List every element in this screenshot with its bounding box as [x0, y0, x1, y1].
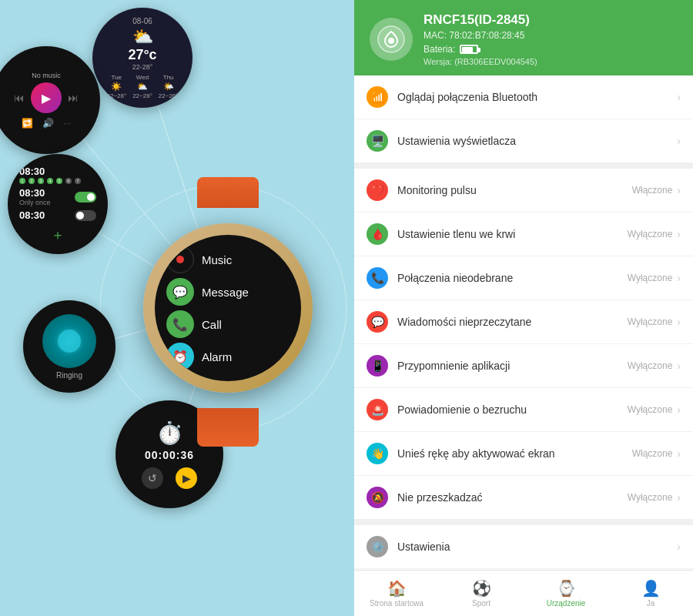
- chevron-icon-4: ›: [677, 228, 681, 240]
- alarm-item-1: 08:30 1 2 3 4 5 6 7: [19, 166, 96, 184]
- menu-item-app-reminder[interactable]: 📱 Przypomnienie aplikacji Wyłączone ›: [354, 344, 693, 388]
- device-name: RNCF15(ID-2845): [424, 12, 678, 28]
- alarm-item-2: 08:30 Only once: [19, 187, 96, 206]
- app-reminder-value: Wyłączone: [628, 360, 673, 371]
- battery-label: Bateria:: [424, 44, 455, 55]
- chevron-icon: ›: [677, 91, 681, 103]
- watch-menu-alarm: ⏰ Alarm: [166, 343, 290, 370]
- message-icon: 💬: [166, 278, 194, 306]
- music-widget[interactable]: No music ⏮ ▶ ⏭ 🔁 🔊 ···: [0, 46, 100, 154]
- bluetooth-icon: 📶: [367, 86, 388, 108]
- chevron-icon-7: ›: [677, 360, 681, 372]
- device-info: RNCF15(ID-2845) MAC: 78:02:B7:08:28:45 B…: [424, 12, 678, 66]
- chevron-icon-5: ›: [677, 272, 681, 284]
- menu-item-sedentary[interactable]: 🚨 Powiadomienie o bezruchu Wyłączone ›: [354, 388, 693, 432]
- chevron-icon-3: ›: [677, 184, 681, 196]
- settings-text: Ustawienia: [397, 541, 677, 553]
- ringing-visual: [42, 314, 96, 368]
- sport-icon: ⚽: [472, 579, 491, 598]
- device-mac: MAC: 78:02:B7:08:28:45: [424, 30, 678, 41]
- right-panel: RNCF15(ID-2845) MAC: 78:02:B7:08:28:45 B…: [354, 0, 693, 616]
- blood-value: Wyłączone: [628, 229, 673, 239]
- chevron-icon-9: ›: [677, 447, 681, 460]
- missed-calls-text: Połączenia nieodebrane: [397, 272, 628, 284]
- weather-temp: 27°c: [128, 47, 156, 63]
- timer-reset-button[interactable]: ↺: [142, 467, 163, 489]
- me-icon: 👤: [641, 579, 661, 598]
- alarm-toggle-2[interactable]: [75, 192, 96, 203]
- device-icon: ⌚: [557, 579, 576, 598]
- watch-call-label: Call: [202, 318, 222, 331]
- watch-message-label: Message: [202, 286, 249, 299]
- menu-item-missed-calls[interactable]: 📞 Połączenia nieodebrane Wyłączone ›: [354, 256, 693, 300]
- svg-point-7: [388, 38, 394, 44]
- alarm-item-3: 08:30: [19, 209, 96, 221]
- watch-menu-message: 💬 Message: [166, 278, 290, 306]
- watch-strap-top: [197, 177, 259, 208]
- app-reminder-text: Przypomnienie aplikacji: [397, 360, 628, 372]
- nav-sport[interactable]: ⚽ Sport: [439, 571, 524, 616]
- menu-item-settings[interactable]: ⚙️ Ustawienia ›: [354, 525, 693, 569]
- device-header: RNCF15(ID-2845) MAC: 78:02:B7:08:28:45 B…: [354, 0, 693, 75]
- menu-section-1: 📶 Oglądaj połączenia Bluetooth › 🖥️ Usta…: [354, 75, 693, 162]
- weather-day-thu: Thu🌤️22~26°: [159, 74, 179, 99]
- alarm-widget[interactable]: 08:30 1 2 3 4 5 6 7 08:30 Only once 08:3…: [8, 154, 108, 254]
- device-version: Wersja: (RB306EEDV004545): [424, 57, 678, 66]
- watch-alarm-label: Alarm: [202, 350, 232, 363]
- menu-item-raise-wrist[interactable]: 👋 Unieś rękę aby aktywować ekran Włączon…: [354, 432, 693, 476]
- pulse-icon: ❤️: [367, 179, 388, 201]
- chevron-icon-8: ›: [677, 403, 681, 416]
- dnd-value: Wyłączone: [628, 492, 673, 503]
- display-icon: 🖥️: [367, 130, 388, 152]
- raise-wrist-value: Włączone: [632, 448, 673, 459]
- next-icon[interactable]: ⏭: [68, 92, 79, 104]
- more-icon[interactable]: ···: [63, 118, 71, 129]
- watch-body: Music 💬 Message 📞 Call ⏰ Alarm: [143, 223, 313, 393]
- watch-music-label: Music: [202, 253, 232, 266]
- bottom-nav: 🏠 Strona startowa ⚽ Sport ⌚ Urządzenie 👤…: [354, 570, 693, 616]
- settings-icon: ⚙️: [367, 536, 388, 557]
- left-panel: 08-06 ⛅ 27°c 22-28° Tue☀️22~28° Wed⛅22~2…: [0, 0, 354, 616]
- weather-day-tue: Tue☀️22~28°: [106, 74, 126, 99]
- play-button[interactable]: ▶: [31, 82, 62, 113]
- missed-calls-value: Wyłączone: [628, 273, 673, 283]
- pulse-text: Monitoring pulsu: [397, 184, 632, 196]
- chevron-icon-11: ›: [677, 541, 681, 553]
- device-battery-row: Bateria:: [424, 44, 678, 55]
- menu-item-bluetooth[interactable]: 📶 Oglądaj połączenia Bluetooth ›: [354, 75, 693, 119]
- menu-item-dnd[interactable]: 🔕 Nie przeszkadzać Wyłączone ›: [354, 476, 693, 519]
- menu-item-pulse[interactable]: ❤️ Monitoring pulsu Włączone ›: [354, 169, 693, 213]
- volume-icon[interactable]: 🔊: [42, 118, 54, 129]
- chevron-icon-2: ›: [677, 135, 681, 147]
- menu-section-2: ❤️ Monitoring pulsu Włączone › 🩸 Ustawie…: [354, 169, 693, 519]
- timer-play-button[interactable]: ▶: [176, 467, 197, 489]
- menu-item-display[interactable]: 🖥️ Ustawienia wyświetlacza ›: [354, 119, 693, 162]
- missed-calls-icon: 📞: [367, 267, 388, 289]
- app-reminder-icon: 📱: [367, 355, 388, 377]
- repeat-icon[interactable]: 🔁: [22, 118, 33, 129]
- blood-icon: 🩸: [367, 223, 388, 245]
- nav-me[interactable]: 👤 Ja: [608, 571, 693, 616]
- add-alarm-button[interactable]: ＋: [51, 226, 65, 244]
- menu-section-3: ⚙️ Ustawienia › 🔄 Aktualizacja oprogramo…: [354, 525, 693, 570]
- menu-item-blood[interactable]: 🩸 Ustawienie tlenu we krwi Wyłączone ›: [354, 213, 693, 256]
- watch-screen: Music 💬 Message 📞 Call ⏰ Alarm: [155, 235, 301, 381]
- timer-display: 00:00:36: [145, 449, 194, 461]
- no-music-label: No music: [32, 72, 61, 79]
- home-icon: 🏠: [387, 579, 407, 598]
- raise-wrist-icon: 👋: [367, 443, 388, 464]
- sedentary-text: Powiadomienie o bezruchu: [397, 403, 628, 416]
- alarm-toggle-3[interactable]: [75, 210, 96, 221]
- menu-item-messages[interactable]: 💬 Wiadomości nieprzeczytane Wyłączone ›: [354, 300, 693, 344]
- weather-range: 22-28°: [132, 63, 153, 71]
- sedentary-icon: 🚨: [367, 399, 388, 420]
- device-label: Urządzenie: [547, 599, 586, 608]
- nav-home[interactable]: 🏠 Strona startowa: [354, 571, 439, 616]
- device-avatar: [370, 18, 413, 61]
- nav-device[interactable]: ⌚ Urządzenie: [524, 571, 608, 616]
- prev-icon[interactable]: ⏮: [14, 92, 25, 104]
- menu-list: 📶 Oglądaj połączenia Bluetooth › 🖥️ Usta…: [354, 75, 693, 570]
- messages-text: Wiadomości nieprzeczytane: [397, 316, 628, 328]
- alarm-icon: ⏰: [166, 343, 194, 370]
- messages-icon: 💬: [367, 311, 388, 333]
